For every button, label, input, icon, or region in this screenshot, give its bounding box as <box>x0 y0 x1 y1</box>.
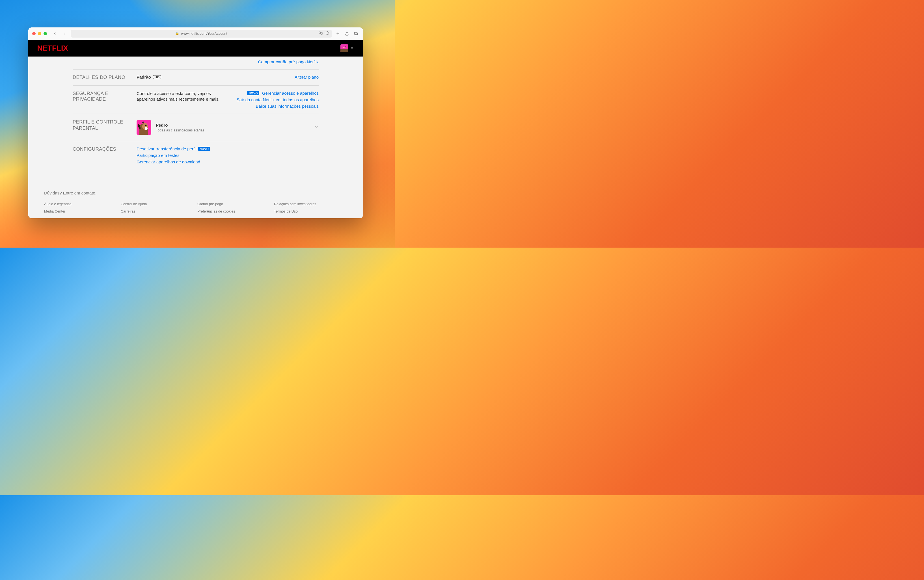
footer-link[interactable]: Áudio e legendas <box>44 202 117 206</box>
profile-rating: Todas as classificações etárias <box>156 129 205 132</box>
section-label: CONFIGURAÇÕES <box>73 147 137 164</box>
footer-link[interactable]: Carreiras <box>121 209 194 213</box>
window-zoom-button[interactable] <box>43 32 47 35</box>
netflix-logo[interactable]: NETFLIX <box>37 44 68 52</box>
profile-name: Pedro <box>156 123 205 127</box>
svg-rect-0 <box>319 32 320 34</box>
footer-link[interactable]: Preferências de cookies <box>197 209 271 213</box>
header-avatar <box>340 44 348 52</box>
address-url: www.netflix.com/YourAccount <box>181 32 227 36</box>
nav-back-button[interactable] <box>51 30 58 37</box>
novo-badge: NOVO <box>247 91 259 95</box>
footer-links-grid: Áudio e legendas Central de Ajuda Cartão… <box>44 202 347 213</box>
svg-point-9 <box>145 127 148 130</box>
footer-link[interactable]: Cartão pré-pago <box>197 202 271 206</box>
profile-row[interactable]: Pedro Todas as classificações etárias <box>137 119 318 136</box>
novo-badge: NOVO <box>198 147 210 151</box>
caret-down-icon: ▼ <box>351 47 353 50</box>
address-bar[interactable]: 🔒 www.netflix.com/YourAccount <box>71 30 332 38</box>
manage-access-devices-link[interactable]: Gerenciar acesso e aparelhos <box>262 91 318 96</box>
manage-download-devices-link[interactable]: Gerenciar aparelhos de download <box>137 160 200 164</box>
section-label: PERFIL E CONTROLE PARENTAL <box>73 119 137 136</box>
section-label: SEGURANÇA E PRIVACIDADE <box>73 91 137 109</box>
translate-icon[interactable] <box>318 31 323 36</box>
svg-point-10 <box>145 125 147 126</box>
section-label: DETALHES DO PLANO <box>73 75 137 80</box>
hd-badge: HD <box>153 75 162 79</box>
plan-name: Padrão HD <box>137 75 161 79</box>
footer-contact-link[interactable]: Dúvidas? Entre em contato. <box>44 191 347 195</box>
change-plan-link[interactable]: Alterar plano <box>295 75 318 79</box>
nav-forward-button[interactable] <box>61 30 68 37</box>
sign-out-all-devices-link[interactable]: Sair da conta Netflix em todos os aparel… <box>237 97 318 102</box>
section-profile-parental: PERFIL E CONTROLE PARENTAL <box>73 114 318 141</box>
chevron-down-icon <box>314 125 318 130</box>
new-tab-button[interactable] <box>335 31 341 37</box>
section-plan-details: DETALHES DO PLANO Padrão HD Alterar plan… <box>73 69 318 86</box>
netflix-header: NETFLIX ▼ <box>28 40 363 56</box>
reload-icon[interactable] <box>325 31 330 36</box>
security-description: Controle o acesso a esta conta, veja os … <box>137 91 221 102</box>
svg-rect-1 <box>321 33 322 35</box>
tabs-button[interactable] <box>353 31 359 37</box>
test-participation-link[interactable]: Participação em testes <box>137 153 180 158</box>
share-button[interactable] <box>344 31 350 37</box>
browser-toolbar: 🔒 www.netflix.com/YourAccount <box>28 27 363 40</box>
svg-rect-6 <box>355 32 357 35</box>
profile-avatar <box>137 120 151 135</box>
section-security-privacy: SEGURANÇA E PRIVACIDADE Controle o acess… <box>73 86 318 114</box>
footer-link[interactable]: Relações com investidores <box>274 202 347 206</box>
buy-gift-card-link[interactable]: Comprar cartão pré-pago Netflix <box>258 59 318 64</box>
disable-profile-transfer-link[interactable]: Desativar transferência de perfil <box>137 147 196 151</box>
footer-link[interactable]: Termos de Uso <box>274 209 347 213</box>
window-close-button[interactable] <box>32 32 36 35</box>
window-minimize-button[interactable] <box>38 32 41 35</box>
section-settings: CONFIGURAÇÕES Desativar transferência de… <box>73 141 318 169</box>
svg-rect-5 <box>355 33 358 35</box>
lock-icon: 🔒 <box>175 32 179 35</box>
download-personal-info-link[interactable]: Baixe suas informações pessoais <box>256 104 318 109</box>
footer-link[interactable]: Media Center <box>44 209 117 213</box>
footer-link[interactable]: Central de Ajuda <box>121 202 194 206</box>
profile-menu[interactable]: ▼ <box>340 44 353 52</box>
footer: Dúvidas? Entre em contato. Áudio e legen… <box>28 183 363 218</box>
page-content: Comprar cartão pré-pago Netflix DETALHES… <box>28 56 363 218</box>
window-controls <box>32 32 47 35</box>
browser-window: 🔒 www.netflix.com/YourAccount NETFLIX <box>28 27 363 218</box>
